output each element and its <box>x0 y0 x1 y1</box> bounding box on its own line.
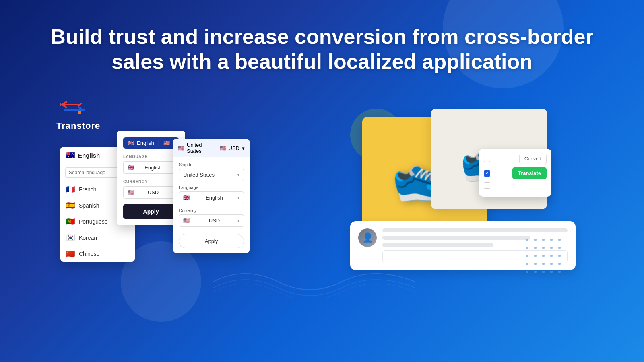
ship-currency-text: USD <box>229 145 239 151</box>
svg-point-21 <box>550 263 553 265</box>
currency-dropdown-flag: 🇺🇸 <box>128 189 134 195</box>
ship-separator: | <box>214 145 215 151</box>
ship-language-dropdown[interactable]: 🇬🇧 English ▾ <box>179 191 244 204</box>
language-section-label: LANGUAGE <box>123 154 179 159</box>
svg-point-8 <box>526 247 528 249</box>
review-line-3 <box>382 243 493 247</box>
ui-cards-container: 🇦🇺 English 🇫🇷 French 🇪🇸 Spanish 🇵🇹 Portu… <box>52 97 620 330</box>
ship-curr-flag: 🇺🇸 <box>183 218 190 224</box>
gb-flag-icon: 🇬🇧 <box>128 140 134 146</box>
svg-point-19 <box>534 263 537 265</box>
chinese-flag: 🇨🇳 <box>66 249 75 258</box>
currency-dropdown-value: USD <box>148 189 159 195</box>
ship-curr-dropdown-arrow-icon: ▾ <box>237 218 239 223</box>
svg-point-3 <box>526 239 528 241</box>
convert-checkbox-group <box>484 156 490 162</box>
ship-currency-label: Currency <box>179 208 244 213</box>
ship-currency-value: USD <box>209 218 220 224</box>
lang-dropdown-value: English <box>144 165 162 171</box>
translate-row: ✓ Translate <box>484 167 547 179</box>
extra-row <box>484 182 547 189</box>
currency-header-button[interactable]: 🇬🇧 English | 🇺🇸 USD ▾ <box>123 137 179 149</box>
ship-to-field-label: Ship to <box>179 162 244 167</box>
translate-checkbox-checked[interactable]: ✓ <box>484 170 490 177</box>
review-line-1 <box>382 228 568 232</box>
portuguese-flag: 🇵🇹 <box>66 217 75 226</box>
review-line-2 <box>382 236 530 240</box>
portuguese-label: Portuguese <box>79 218 108 225</box>
ship-to-dropdown[interactable]: United States ▾ <box>179 169 244 181</box>
svg-point-11 <box>550 247 553 249</box>
svg-point-14 <box>534 255 537 257</box>
ship-flag-icon: 🇺🇸 <box>178 145 184 151</box>
wave-decoration <box>213 257 415 298</box>
svg-point-26 <box>550 271 553 273</box>
dots-decoration <box>523 236 564 278</box>
spanish-label: Spanish <box>79 202 99 209</box>
chinese-label: Chinese <box>79 251 99 257</box>
currency-section-label: CURRENCY <box>123 179 179 184</box>
action-card: Convert ✓ Translate <box>479 149 551 197</box>
headline-line1: Build trust and increase conversion from… <box>40 24 604 49</box>
ship-dropdown-arrow-icon: ▾ <box>237 173 239 177</box>
translate-button[interactable]: Translate <box>512 167 547 179</box>
headline-line2: sales with a beautiful localized applica… <box>40 49 604 74</box>
ship-to-card: 🇺🇸 United States | 🇺🇸 USD ▾ Ship to Unit… <box>173 139 250 253</box>
lang-dropdown-flag: 🇬🇧 <box>128 165 134 171</box>
ship-currency-flag: 🇺🇸 <box>220 145 226 151</box>
language-dropdown[interactable]: 🇬🇧 English ▾ <box>123 161 179 174</box>
french-flag: 🇫🇷 <box>66 185 75 194</box>
svg-point-17 <box>558 255 561 257</box>
us-currency-flag: 🇺🇸 <box>163 140 170 146</box>
convert-row: Convert <box>484 154 547 164</box>
ship-to-value: United States <box>183 172 215 178</box>
svg-point-20 <box>542 263 545 265</box>
korean-flag: 🇰🇷 <box>66 233 75 242</box>
svg-point-12 <box>558 247 561 249</box>
svg-point-22 <box>558 263 561 265</box>
convert-checkbox-unchecked[interactable] <box>484 156 490 162</box>
svg-point-10 <box>542 247 545 249</box>
currency-apply-button[interactable]: Apply <box>123 204 179 219</box>
ship-language-label: Language <box>179 185 244 190</box>
french-label: French <box>79 186 97 193</box>
svg-point-24 <box>534 271 537 273</box>
currency-header-text: English <box>137 140 154 146</box>
translate-checkbox-group: ✓ <box>484 170 490 177</box>
convert-button[interactable]: Convert <box>519 154 547 164</box>
ship-location-text: United States <box>187 142 210 154</box>
ship-to-header[interactable]: 🇺🇸 United States | 🇺🇸 USD ▾ <box>173 139 250 157</box>
svg-point-13 <box>526 255 528 257</box>
svg-point-6 <box>550 239 553 241</box>
svg-point-25 <box>542 271 545 273</box>
lang-item-korean[interactable]: 🇰🇷 Korean <box>60 230 135 246</box>
reviewer-avatar: 👤 <box>358 228 377 247</box>
svg-point-7 <box>558 239 561 241</box>
ship-lang-flag: 🇬🇧 <box>183 195 190 201</box>
svg-point-16 <box>550 255 553 257</box>
svg-point-23 <box>526 271 528 273</box>
ship-chevron-icon: ▾ <box>242 145 245 151</box>
headline: Build trust and increase conversion from… <box>0 24 644 74</box>
svg-point-4 <box>534 239 537 241</box>
selected-lang-flag: 🇦🇺 <box>66 151 75 160</box>
lang-item-chinese[interactable]: 🇨🇳 Chinese <box>60 246 135 262</box>
svg-point-9 <box>534 247 537 249</box>
extra-checkbox-1[interactable] <box>484 182 490 189</box>
currency-dropdown[interactable]: 🇺🇸 USD ▾ <box>123 186 179 199</box>
ship-language-value: English <box>206 195 223 201</box>
svg-point-5 <box>542 239 545 241</box>
ship-lang-dropdown-arrow-icon: ▾ <box>237 195 239 200</box>
ship-currency-dropdown[interactable]: 🇺🇸 USD ▾ <box>179 214 244 227</box>
svg-point-15 <box>542 255 545 257</box>
svg-point-27 <box>558 271 561 273</box>
ship-apply-button[interactable]: Apply <box>179 234 244 248</box>
extra-checkbox-group <box>484 182 490 189</box>
svg-point-18 <box>526 263 528 265</box>
spanish-flag: 🇪🇸 <box>66 201 75 210</box>
korean-label: Korean <box>79 234 97 241</box>
currency-separator: | <box>158 140 159 146</box>
selected-lang-name: English <box>78 152 100 159</box>
